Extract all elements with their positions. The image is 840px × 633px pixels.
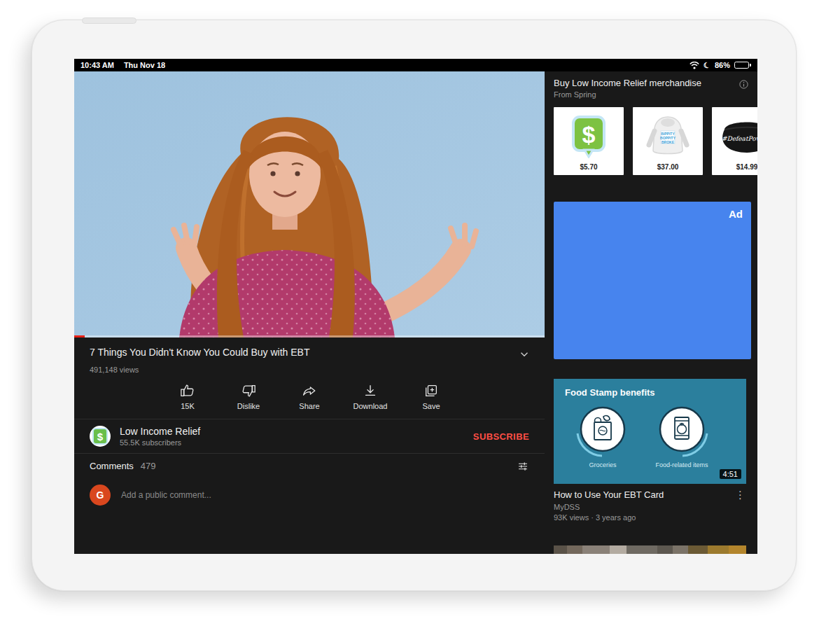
chevron-down-icon[interactable] — [518, 348, 531, 361]
comments-title: Comments — [90, 461, 134, 471]
groceries-icon — [571, 403, 634, 459]
channel-name: Low Income Relief — [120, 426, 473, 437]
channel-avatar: $ — [90, 426, 111, 447]
merch-price: $5.70 — [580, 163, 597, 175]
merch-shelf: $ $5.70 BIPPITY — [554, 107, 757, 175]
ad-banner[interactable]: Ad — [554, 202, 751, 359]
download-label: Download — [354, 402, 388, 410]
screen: 10:43 AM Thu Nov 18 ☾ 86% — [74, 59, 757, 554]
comments-count: 479 — [141, 461, 156, 471]
ipad-frame: 10:43 AM Thu Nov 18 ☾ 86% — [31, 20, 797, 591]
duration-badge: 4:51 — [720, 469, 741, 479]
thumbnail-label-groceries: Groceries — [564, 461, 641, 468]
merch-header: Buy Low Income Relief merchandise From S… — [554, 71, 757, 99]
suggested-video-thumbnail[interactable]: Food Stamp benefits Groceries — [554, 379, 746, 484]
battery-icon — [734, 62, 751, 69]
thumb-down-icon — [241, 383, 256, 398]
battery-percent: 86% — [715, 61, 730, 69]
save-label: Save — [422, 402, 440, 410]
suggested-video-info[interactable]: How to Use Your EBT Card MyDSS 93K views… — [554, 489, 751, 522]
share-label: Share — [299, 402, 319, 410]
merch-item-dollar-sticker[interactable]: $ $5.70 — [554, 107, 624, 175]
next-video-thumbnail-partial[interactable] — [554, 545, 746, 554]
dollar-sticker-image: $ — [554, 110, 624, 162]
like-count: 15K — [181, 402, 195, 410]
share-button[interactable]: Share — [279, 383, 340, 410]
comment-input[interactable]: Add a public comment... — [121, 490, 211, 500]
download-icon — [363, 383, 378, 398]
suggested-video-meta: 93K views · 3 years ago — [554, 513, 729, 522]
do-not-disturb-moon-icon: ☾ — [703, 60, 711, 69]
wifi-icon — [690, 62, 699, 69]
watch-column: 7 Things You Didn't Know You Could Buy w… — [74, 71, 545, 554]
thumb-up-icon — [180, 383, 195, 398]
dislike-button[interactable]: Dislike — [218, 383, 279, 410]
merch-price: $37.00 — [657, 163, 679, 175]
ipad-top-button — [82, 18, 136, 24]
sort-comments-icon[interactable] — [517, 460, 529, 473]
app-content: 7 Things You Didn't Know You Could Buy w… — [74, 71, 757, 554]
merch-item-hoodie[interactable]: BIPPITY BOPPITY BROKE $37.00 — [633, 107, 703, 175]
channel-subscribers: 55.5K subscribers — [120, 438, 473, 447]
kebab-menu-icon[interactable]: ⋮ — [734, 489, 751, 522]
video-frame-illustration — [74, 71, 545, 338]
suggested-video-channel: MyDSS — [554, 503, 729, 511]
merch-item-fanny-pack[interactable]: #DefeatPoverty $14.99 — [712, 107, 757, 175]
view-count: 491,148 views — [74, 361, 545, 374]
like-button[interactable]: 15K — [158, 383, 218, 410]
ad-badge: Ad — [729, 208, 743, 220]
action-bar: 15K Dislike Share — [74, 383, 545, 410]
video-player[interactable] — [74, 71, 545, 338]
comments-header: Comments 479 — [74, 454, 545, 478]
dislike-label: Dislike — [237, 402, 260, 410]
channel-logo-dollar: $ — [92, 428, 108, 445]
status-time: 10:43 AM — [80, 61, 114, 69]
food-items-icon — [650, 403, 713, 459]
video-progress-fill — [74, 335, 85, 338]
merch-source: From Spring — [554, 90, 738, 99]
channel-row[interactable]: $ Low Income Relief 55.5K subscribers SU… — [74, 419, 545, 454]
status-date: Thu Nov 18 — [124, 61, 165, 69]
thumbnail-label-food-items: Food-related items — [643, 461, 720, 468]
user-avatar: G — [90, 485, 111, 506]
sidebar: Buy Low Income Relief merchandise From S… — [545, 71, 757, 554]
subscribe-button[interactable]: SUBSCRIBE — [473, 431, 529, 442]
status-bar: 10:43 AM Thu Nov 18 ☾ 86% — [74, 59, 757, 71]
download-button[interactable]: Download — [340, 383, 401, 410]
add-comment-row[interactable]: G Add a public comment... — [74, 478, 545, 512]
video-progress-bar[interactable] — [74, 335, 545, 338]
share-icon — [302, 383, 317, 398]
svg-text:BROKE: BROKE — [662, 140, 675, 144]
svg-text:#DefeatPoverty: #DefeatPoverty — [722, 135, 757, 142]
hoodie-image: BIPPITY BOPPITY BROKE — [633, 110, 703, 162]
suggested-video-title: How to Use Your EBT Card — [554, 489, 729, 500]
merch-title: Buy Low Income Relief merchandise — [554, 78, 738, 88]
svg-text:$: $ — [582, 121, 596, 148]
info-icon[interactable] — [738, 79, 749, 90]
fanny-pack-image: #DefeatPoverty — [712, 110, 757, 162]
video-title: 7 Things You Didn't Know You Could Buy w… — [90, 347, 518, 358]
save-icon — [424, 383, 439, 398]
merch-price: $14.99 — [736, 163, 757, 175]
save-button[interactable]: Save — [401, 383, 462, 410]
thumbnail-title: Food Stamp benefits — [565, 387, 655, 398]
